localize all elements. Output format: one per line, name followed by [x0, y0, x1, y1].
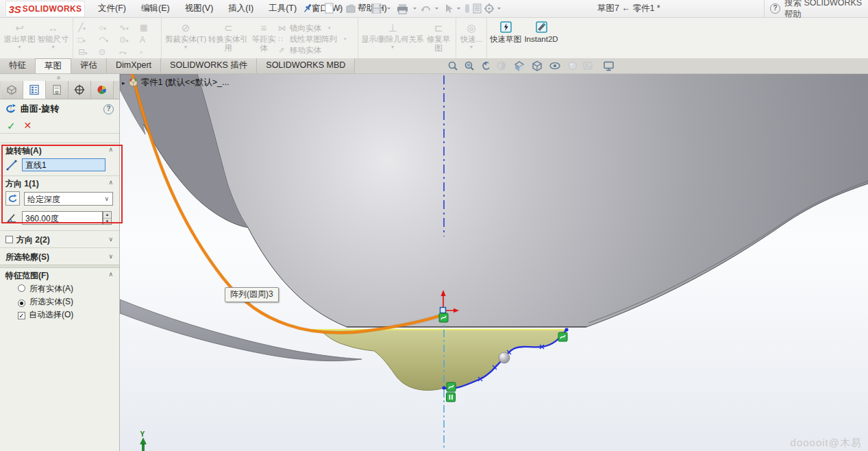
- save-icon: [372, 4, 381, 13]
- zoom-to-fit-icon: [449, 62, 458, 71]
- offset-entities-button[interactable]: ≡ 等距实体: [249, 19, 278, 58]
- flyout-feature-tree[interactable]: ▸ 零件1 (默认<<默认>_...: [122, 77, 229, 88]
- quick-access-toolbar[interactable]: [324, 2, 504, 16]
- fillet-tool[interactable]: ⌐▾: [117, 47, 138, 59]
- ribbon-toolbar: ↩ 退出草图 ▾ ↔ 智能尺寸 ▾ ╱▾ ○▾ ∿▾ ▦ □▾ ◠▾ ⊙▾ A …: [0, 18, 868, 58]
- flyout-expand-icon[interactable]: ▸: [122, 80, 125, 86]
- direction2-section-header[interactable]: 方向 2(2) ∨: [0, 231, 119, 247]
- view-orientation-icon: [515, 62, 523, 71]
- grid-tool[interactable]: ▦: [138, 22, 158, 34]
- collapse-icon: ∧: [108, 179, 113, 186]
- dimxpert-manager-tab[interactable]: [69, 81, 91, 99]
- axis-selection-field[interactable]: 直线1: [22, 158, 106, 171]
- selected-bodies-radio[interactable]: [18, 300, 25, 307]
- arc-tool[interactable]: ◠▾: [97, 34, 117, 47]
- text-tool[interactable]: A: [138, 34, 158, 47]
- linear-pattern-button[interactable]: ∷ 线性草图阵列 ▾: [278, 34, 355, 45]
- direction1-section-header[interactable]: 方向 1(1)∧: [0, 176, 119, 190]
- all-bodies-option[interactable]: 所有实体(A): [0, 282, 119, 295]
- search-box[interactable]: ? 搜索 SOLIDWORKS 帮助: [764, 0, 868, 17]
- exit-sketch-button[interactable]: ↩ 退出草图 ▾: [3, 19, 36, 58]
- menu-insert[interactable]: 插入(I): [221, 0, 261, 17]
- slot-tool[interactable]: ⊟▾: [76, 47, 97, 59]
- direction1-section: 方向 1(1)∧ 给定深度 ∨ 360.00度 ▲▼: [0, 175, 119, 230]
- point-tool[interactable]: ⊙: [97, 47, 117, 59]
- auto-select-option[interactable]: ✓自动选择(O): [0, 308, 119, 321]
- contours-section: 所选轮廓(S) ∨: [0, 247, 119, 265]
- tab-mbd[interactable]: SOLIDWORKS MBD: [257, 58, 355, 73]
- feature-manager-tab[interactable]: [1, 81, 23, 99]
- mirror-entities-button[interactable]: ⋈ 镜向实体 ▾: [278, 23, 355, 34]
- display-style-icon: [533, 62, 541, 71]
- tab-sketch[interactable]: 草图: [36, 58, 71, 73]
- move-entities-button[interactable]: ⇗ 移动实体: [278, 45, 355, 56]
- angle-spin-buttons[interactable]: ▲▼: [103, 211, 112, 225]
- auto-select-checkbox[interactable]: ✓: [18, 312, 25, 319]
- menu-tools[interactable]: 工具(T): [261, 0, 304, 17]
- feature-tree-label[interactable]: 零件1 (默认<<默认>_...: [141, 77, 230, 88]
- rapid-sketch-button[interactable]: 快速草图: [490, 19, 521, 58]
- configuration-manager-tab[interactable]: [46, 81, 69, 99]
- relation-icon-vertical[interactable]: [447, 393, 456, 402]
- hide-show-items-icon: [550, 63, 560, 69]
- command-tab-strip: 特征 草图 评估 DimXpert SOLIDWORKS 插件 SOLIDWOR…: [0, 58, 868, 74]
- collapse-icon: ∧: [108, 146, 113, 153]
- axis-section-header[interactable]: 旋转轴(A)∧: [0, 143, 119, 157]
- rapid-sketch-icon: [500, 21, 512, 35]
- help-icon[interactable]: ?: [770, 3, 780, 14]
- all-bodies-radio[interactable]: [18, 284, 25, 292]
- relation-icon-origin[interactable]: [439, 313, 448, 322]
- ok-button[interactable]: ✓: [7, 121, 16, 131]
- ribbon-group-relations: ⊥ 显示/删除几何关系 ▾ ⊏ 修复草图: [358, 18, 456, 58]
- tab-features[interactable]: 特征: [0, 58, 36, 73]
- selected-bodies-option[interactable]: 所选实体(S): [0, 295, 119, 308]
- property-manager-tab[interactable]: [23, 81, 46, 99]
- drag-handle-sphere[interactable]: [499, 352, 510, 363]
- cancel-button[interactable]: ✕: [24, 121, 32, 131]
- axis-line-icon: [5, 159, 18, 171]
- angle-input[interactable]: 360.00度 ▲▼: [22, 211, 103, 225]
- rectangle-tool[interactable]: □▾: [76, 34, 97, 47]
- relation-icon-spline-end[interactable]: [558, 332, 567, 341]
- quick-snaps-button[interactable]: ◎ 快速... ▾: [459, 19, 484, 58]
- graphics-viewport[interactable]: Y: [120, 74, 868, 451]
- trim-entities-button[interactable]: ⊘ 剪裁实体(T) ▾: [164, 19, 207, 58]
- menu-view[interactable]: 视图(V): [177, 0, 221, 17]
- spline-tool[interactable]: ∿▾: [117, 22, 138, 34]
- instant2d-button[interactable]: Instant2D: [521, 19, 561, 58]
- dropdown-caret-icon: ∨: [104, 195, 109, 202]
- pin-menu-icon[interactable]: [303, 3, 312, 16]
- display-relations-button[interactable]: ⊥ 显示/删除几何关系 ▾: [361, 19, 424, 58]
- undo-icon: [421, 7, 430, 12]
- line-tool[interactable]: ╱▾: [76, 22, 97, 34]
- display-manager-tab[interactable]: [91, 81, 114, 99]
- tab-dimxpert[interactable]: DimXpert: [107, 58, 161, 73]
- ellipse-tool[interactable]: ⊙▾: [117, 34, 138, 47]
- relation-icon-spline-start[interactable]: [447, 382, 456, 391]
- smart-dimension-button[interactable]: ↔ 智能尺寸 ▾: [36, 19, 70, 58]
- tab-evaluate[interactable]: 评估: [71, 58, 107, 73]
- quick-snaps-icon: ◎: [467, 21, 475, 35]
- tab-addins[interactable]: SOLIDWORKS 插件: [161, 58, 257, 73]
- previous-view-icon: [483, 62, 489, 70]
- headsup-view-toolbar[interactable]: [447, 60, 619, 73]
- end-condition-dropdown[interactable]: 给定深度 ∨: [24, 192, 113, 206]
- convert-entities-button[interactable]: ⊂ 转换实体引用: [207, 19, 249, 58]
- circle-tool[interactable]: ○▾: [97, 22, 117, 34]
- select-arrow-icon: [446, 4, 453, 13]
- ribbon-group-rapid: 快速草图 Instant2D: [487, 18, 564, 58]
- contours-section-header[interactable]: 所选轮廓(S) ∨: [0, 248, 119, 265]
- menu-edit[interactable]: 编辑(E): [134, 0, 177, 17]
- point2-tool[interactable]: ▫: [138, 47, 158, 59]
- spline-endpoint-start[interactable]: [442, 386, 445, 389]
- mirror-entities-icon: ⋈: [278, 24, 287, 33]
- panel-help-icon[interactable]: ?: [103, 104, 114, 114]
- repair-sketch-button[interactable]: ⊏ 修复草图: [424, 19, 453, 58]
- revolve-direction-icon: [5, 191, 20, 206]
- menu-file[interactable]: 文件(F): [90, 0, 134, 17]
- origin-point: [441, 308, 446, 313]
- direction2-checkbox[interactable]: [5, 236, 13, 243]
- panel-grip[interactable]: [0, 74, 119, 81]
- feature-scope-header[interactable]: 特征范围(F)∧: [0, 268, 119, 282]
- spline-endpoint-end[interactable]: [565, 328, 568, 331]
